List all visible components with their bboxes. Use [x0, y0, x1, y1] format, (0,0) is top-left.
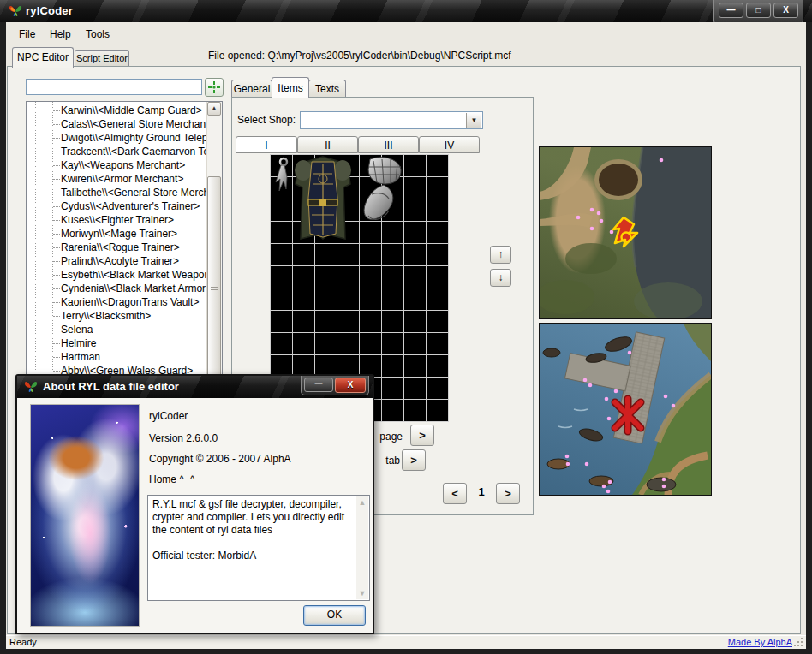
- tree-item[interactable]: Kuses\\<Fighter Trainer>: [27, 213, 207, 227]
- select-shop-label: Select Shop:: [237, 114, 296, 126]
- tree-item[interactable]: Kaorien\\<DragonTrans Vault>: [27, 295, 207, 309]
- menu-bar: File Help Tools: [6, 24, 806, 45]
- prev-page-nav-button[interactable]: <: [443, 483, 467, 504]
- item-icon-gauntlet[interactable]: [360, 156, 404, 237]
- tree-item[interactable]: Esybeth\\<Black Market Weapons I: [27, 268, 207, 282]
- search-input[interactable]: [26, 79, 202, 95]
- app-logo-icon: [9, 4, 22, 18]
- shop-page-2-button[interactable]: II: [297, 136, 358, 153]
- about-version: Version 2.6.0.0: [149, 432, 218, 445]
- locate-button[interactable]: [205, 78, 224, 97]
- dialog-window-controls: — X: [301, 376, 369, 395]
- tree-item[interactable]: Calas\\<General Store Merchant>: [27, 117, 207, 131]
- item-icon-pendant[interactable]: [272, 157, 293, 198]
- next-tab-button[interactable]: >: [402, 449, 426, 471]
- move-down-button[interactable]: ↓: [490, 269, 511, 287]
- map-terrain-art: [540, 147, 711, 318]
- close-button[interactable]: X: [773, 3, 798, 18]
- scroll-up-icon[interactable]: ▲: [207, 102, 221, 116]
- tab-texts[interactable]: Texts: [308, 80, 346, 98]
- item-icon-armor[interactable]: [293, 155, 353, 242]
- app-logo-icon: [24, 380, 38, 394]
- about-dialog: About RYL data file editor — X rylCoder …: [15, 374, 374, 634]
- scroll-down-icon[interactable]: ▼: [356, 587, 368, 599]
- dialog-title: About RYL data file editor: [43, 380, 179, 393]
- title-bar[interactable]: rylCoder — □ X: [0, 0, 812, 22]
- crosshair-icon: [208, 81, 220, 93]
- menu-help[interactable]: Help: [46, 27, 75, 42]
- about-description-box[interactable]: R.Y.L mcf & gsf file decrypter, decompil…: [147, 495, 370, 601]
- status-text: Ready: [9, 637, 37, 647]
- minimize-button[interactable]: —: [719, 3, 743, 18]
- tree-item[interactable]: Rarenia\\<Rogue Trainer>: [27, 241, 207, 254]
- tree-item[interactable]: Talibethe\\<General Store Merchan: [27, 186, 207, 199]
- tree-item[interactable]: Cydus\\<Adventurer's Trainer>: [27, 199, 207, 213]
- about-home-link[interactable]: Home ^_^: [149, 473, 194, 486]
- world-map-overview[interactable]: [539, 146, 712, 319]
- about-artwork-image: [30, 404, 140, 627]
- tab-npc-editor[interactable]: NPC Editor: [12, 47, 74, 68]
- next-page-nav-button[interactable]: >: [496, 483, 520, 504]
- scroll-up-icon[interactable]: ▲: [356, 496, 368, 508]
- shop-page-3-button[interactable]: III: [358, 136, 419, 153]
- tree-item[interactable]: Selena: [27, 323, 207, 336]
- move-up-button[interactable]: ↑: [490, 246, 511, 264]
- about-copyright: Copyright © 2006 - 2007 AlphA: [149, 453, 291, 466]
- status-bar: Ready Made By AlphA: [6, 635, 806, 649]
- window-title: rylCoder: [26, 4, 73, 17]
- menu-tools[interactable]: Tools: [82, 27, 113, 42]
- menu-file[interactable]: File: [15, 27, 39, 42]
- tree-item[interactable]: Hartman: [27, 350, 207, 364]
- chevron-down-icon[interactable]: ▼: [466, 113, 481, 128]
- resize-grip[interactable]: [801, 645, 803, 646]
- maximize-button[interactable]: □: [746, 3, 771, 18]
- tree-item[interactable]: Dwigot\\<Almighty Ground Teleport: [27, 131, 207, 145]
- application-window: rylCoder — □ X File Help Tools NPC Edito…: [0, 0, 812, 654]
- tree-item[interactable]: Kwiren\\<Armor Merchant>: [27, 172, 207, 186]
- about-app-name: rylCoder: [149, 410, 188, 423]
- tree-item[interactable]: Helmire: [27, 336, 207, 350]
- dialog-title-bar[interactable]: About RYL data file editor — X: [17, 376, 373, 398]
- tree-item[interactable]: Moriwyn\\<Mage Trainer>: [27, 227, 207, 241]
- tree-item[interactable]: Cyndenia\\<Black Market Armor De: [27, 282, 207, 295]
- about-description-text: R.Y.L mcf & gsf file decrypter, decompil…: [152, 498, 354, 562]
- dialog-close-button[interactable]: X: [335, 378, 366, 393]
- description-scrollbar[interactable]: ▲ ▼: [356, 496, 368, 599]
- world-map-detail[interactable]: [539, 323, 712, 496]
- map-harbor-art: [540, 324, 711, 495]
- made-by-link[interactable]: Made By AlphA: [728, 637, 792, 647]
- next-page-button[interactable]: >: [410, 425, 434, 446]
- tab-general[interactable]: General: [231, 80, 272, 98]
- tab-script-editor[interactable]: Script Editor: [75, 50, 129, 67]
- tree-item[interactable]: Terry\\<Blacksmith>: [27, 309, 207, 323]
- ok-button[interactable]: OK: [303, 605, 366, 626]
- shop-page-4-button[interactable]: IV: [419, 136, 480, 153]
- page-number: 1: [470, 485, 493, 498]
- tree-item[interactable]: Pralind\\<Acolyte Trainer>: [27, 254, 207, 268]
- scrollbar-thumb[interactable]: [207, 176, 221, 401]
- file-opened-label: File opened: Q:\myProj\vs2005\rylCoder\b…: [208, 49, 510, 62]
- shop-combobox[interactable]: ▼: [300, 111, 483, 129]
- tree-item[interactable]: Karwin\\<Middle Camp Guard>: [27, 104, 207, 117]
- tree-item[interactable]: Kay\\<Weapons Merchant>: [27, 158, 207, 172]
- dialog-minimize-button[interactable]: —: [304, 378, 333, 392]
- tab-items[interactable]: Items: [272, 77, 309, 98]
- shop-page-1-button[interactable]: I: [236, 136, 297, 153]
- tree-item[interactable]: Trackcent\\<Dark Caernarvon Tele: [27, 145, 207, 158]
